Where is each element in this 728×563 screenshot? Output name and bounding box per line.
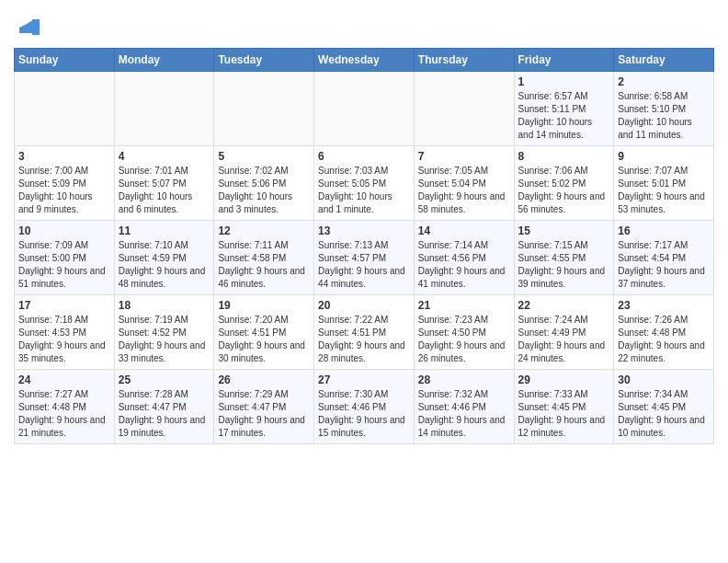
calendar-cell: 23Sunrise: 7:26 AM Sunset: 4:48 PM Dayli…: [614, 295, 714, 370]
calendar-cell: 19Sunrise: 7:20 AM Sunset: 4:51 PM Dayli…: [214, 295, 314, 370]
day-number: 8: [518, 150, 610, 163]
day-number: 6: [318, 150, 410, 163]
calendar-cell: 17Sunrise: 7:18 AM Sunset: 4:53 PM Dayli…: [15, 295, 115, 370]
calendar-cell: 26Sunrise: 7:29 AM Sunset: 4:47 PM Dayli…: [214, 370, 314, 444]
day-number: 24: [18, 373, 110, 386]
page-header: [14, 9, 714, 40]
day-info: Sunrise: 7:29 AM Sunset: 4:47 PM Dayligh…: [218, 388, 310, 440]
calendar-cell: 14Sunrise: 7:14 AM Sunset: 4:56 PM Dayli…: [414, 221, 514, 295]
calendar-table: SundayMondayTuesdayWednesdayThursdayFrid…: [14, 48, 714, 444]
calendar-cell: 13Sunrise: 7:13 AM Sunset: 4:57 PM Dayli…: [314, 221, 415, 295]
day-number: 21: [418, 299, 510, 312]
calendar-cell: 22Sunrise: 7:24 AM Sunset: 4:49 PM Dayli…: [514, 295, 614, 370]
calendar-cell: [414, 72, 514, 146]
day-info: Sunrise: 7:34 AM Sunset: 4:45 PM Dayligh…: [618, 388, 710, 440]
day-number: 20: [318, 299, 410, 312]
calendar-cell: 2Sunrise: 6:58 AM Sunset: 5:10 PM Daylig…: [614, 72, 714, 146]
day-info: Sunrise: 7:03 AM Sunset: 5:05 PM Dayligh…: [318, 165, 410, 216]
day-number: 27: [318, 373, 410, 386]
day-number: 17: [18, 299, 110, 312]
calendar-cell: 24Sunrise: 7:27 AM Sunset: 4:48 PM Dayli…: [15, 370, 115, 444]
day-info: Sunrise: 7:32 AM Sunset: 4:46 PM Dayligh…: [418, 388, 510, 440]
day-info: Sunrise: 7:19 AM Sunset: 4:52 PM Dayligh…: [119, 314, 210, 365]
calendar-cell: [15, 72, 115, 146]
day-number: 26: [218, 373, 310, 386]
day-info: Sunrise: 7:10 AM Sunset: 4:59 PM Dayligh…: [119, 239, 210, 291]
week-row-3: 10Sunrise: 7:09 AM Sunset: 5:00 PM Dayli…: [15, 221, 714, 295]
day-info: Sunrise: 7:22 AM Sunset: 4:51 PM Dayligh…: [318, 314, 410, 365]
calendar-cell: 28Sunrise: 7:32 AM Sunset: 4:46 PM Dayli…: [414, 370, 514, 444]
day-info: Sunrise: 7:00 AM Sunset: 5:09 PM Dayligh…: [18, 165, 110, 216]
calendar-cell: 5Sunrise: 7:02 AM Sunset: 5:06 PM Daylig…: [214, 146, 314, 221]
week-row-1: 1Sunrise: 6:57 AM Sunset: 5:11 PM Daylig…: [15, 72, 714, 146]
day-number: 15: [518, 224, 610, 237]
day-number: 5: [218, 150, 310, 163]
day-number: 14: [418, 224, 510, 237]
calendar-cell: 16Sunrise: 7:17 AM Sunset: 4:54 PM Dayli…: [614, 221, 714, 295]
day-number: 4: [119, 150, 210, 163]
day-number: 16: [618, 224, 710, 237]
header-row: SundayMondayTuesdayWednesdayThursdayFrid…: [15, 49, 714, 72]
calendar-cell: 3Sunrise: 7:00 AM Sunset: 5:09 PM Daylig…: [15, 146, 115, 221]
calendar-cell: [214, 72, 314, 146]
day-info: Sunrise: 6:57 AM Sunset: 5:11 PM Dayligh…: [518, 90, 610, 142]
calendar-header: SundayMondayTuesdayWednesdayThursdayFrid…: [15, 49, 714, 72]
calendar-cell: 4Sunrise: 7:01 AM Sunset: 5:07 PM Daylig…: [114, 146, 214, 221]
day-info: Sunrise: 7:14 AM Sunset: 4:56 PM Dayligh…: [418, 239, 510, 291]
day-number: 1: [518, 75, 610, 88]
day-info: Sunrise: 7:07 AM Sunset: 5:01 PM Dayligh…: [618, 165, 710, 216]
calendar-cell: 20Sunrise: 7:22 AM Sunset: 4:51 PM Dayli…: [314, 295, 415, 370]
day-info: Sunrise: 7:28 AM Sunset: 4:47 PM Dayligh…: [119, 388, 210, 440]
day-info: Sunrise: 7:09 AM Sunset: 5:00 PM Dayligh…: [18, 239, 110, 291]
day-number: 11: [119, 224, 210, 237]
day-info: Sunrise: 6:58 AM Sunset: 5:10 PM Dayligh…: [618, 90, 710, 142]
logo-icon: [14, 15, 40, 40]
day-number: 10: [18, 224, 110, 237]
day-number: 2: [618, 75, 710, 88]
column-header-thursday: Thursday: [414, 49, 514, 72]
day-number: 9: [618, 150, 710, 163]
calendar-cell: [114, 72, 214, 146]
day-number: 12: [218, 224, 310, 237]
day-info: Sunrise: 7:13 AM Sunset: 4:57 PM Dayligh…: [318, 239, 410, 291]
calendar-cell: 27Sunrise: 7:30 AM Sunset: 4:46 PM Dayli…: [314, 370, 415, 444]
day-info: Sunrise: 7:01 AM Sunset: 5:07 PM Dayligh…: [119, 165, 210, 216]
day-number: 30: [618, 373, 710, 386]
column-header-saturday: Saturday: [614, 49, 714, 72]
day-info: Sunrise: 7:27 AM Sunset: 4:48 PM Dayligh…: [18, 388, 110, 440]
calendar-cell: 8Sunrise: 7:06 AM Sunset: 5:02 PM Daylig…: [514, 146, 614, 221]
day-info: Sunrise: 7:20 AM Sunset: 4:51 PM Dayligh…: [218, 314, 310, 365]
day-number: 3: [18, 150, 110, 163]
calendar-cell: 15Sunrise: 7:15 AM Sunset: 4:55 PM Dayli…: [514, 221, 614, 295]
calendar-cell: 6Sunrise: 7:03 AM Sunset: 5:05 PM Daylig…: [314, 146, 415, 221]
day-info: Sunrise: 7:06 AM Sunset: 5:02 PM Dayligh…: [518, 165, 610, 216]
column-header-wednesday: Wednesday: [314, 49, 415, 72]
day-number: 7: [418, 150, 510, 163]
day-info: Sunrise: 7:11 AM Sunset: 4:58 PM Dayligh…: [218, 239, 310, 291]
calendar-cell: 25Sunrise: 7:28 AM Sunset: 4:47 PM Dayli…: [114, 370, 214, 444]
week-row-5: 24Sunrise: 7:27 AM Sunset: 4:48 PM Dayli…: [15, 370, 714, 444]
day-number: 25: [119, 373, 210, 386]
day-info: Sunrise: 7:18 AM Sunset: 4:53 PM Dayligh…: [18, 314, 110, 365]
day-number: 19: [218, 299, 310, 312]
calendar-cell: 18Sunrise: 7:19 AM Sunset: 4:52 PM Dayli…: [114, 295, 214, 370]
day-number: 18: [119, 299, 210, 312]
calendar-cell: 12Sunrise: 7:11 AM Sunset: 4:58 PM Dayli…: [214, 221, 314, 295]
calendar-body: 1Sunrise: 6:57 AM Sunset: 5:11 PM Daylig…: [15, 72, 714, 444]
calendar-cell: 7Sunrise: 7:05 AM Sunset: 5:04 PM Daylig…: [414, 146, 514, 221]
calendar-cell: 1Sunrise: 6:57 AM Sunset: 5:11 PM Daylig…: [514, 72, 614, 146]
day-info: Sunrise: 7:17 AM Sunset: 4:54 PM Dayligh…: [618, 239, 710, 291]
calendar-cell: 21Sunrise: 7:23 AM Sunset: 4:50 PM Dayli…: [414, 295, 514, 370]
calendar-cell: 29Sunrise: 7:33 AM Sunset: 4:45 PM Dayli…: [514, 370, 614, 444]
day-info: Sunrise: 7:23 AM Sunset: 4:50 PM Dayligh…: [418, 314, 510, 365]
column-header-monday: Monday: [114, 49, 214, 72]
day-info: Sunrise: 7:30 AM Sunset: 4:46 PM Dayligh…: [318, 388, 410, 440]
day-info: Sunrise: 7:33 AM Sunset: 4:45 PM Dayligh…: [518, 388, 610, 440]
week-row-4: 17Sunrise: 7:18 AM Sunset: 4:53 PM Dayli…: [15, 295, 714, 370]
calendar-cell: 10Sunrise: 7:09 AM Sunset: 5:00 PM Dayli…: [15, 221, 115, 295]
day-info: Sunrise: 7:26 AM Sunset: 4:48 PM Dayligh…: [618, 314, 710, 365]
logo: [14, 15, 43, 40]
day-number: 13: [318, 224, 410, 237]
calendar-cell: 30Sunrise: 7:34 AM Sunset: 4:45 PM Dayli…: [614, 370, 714, 444]
day-info: Sunrise: 7:15 AM Sunset: 4:55 PM Dayligh…: [518, 239, 610, 291]
